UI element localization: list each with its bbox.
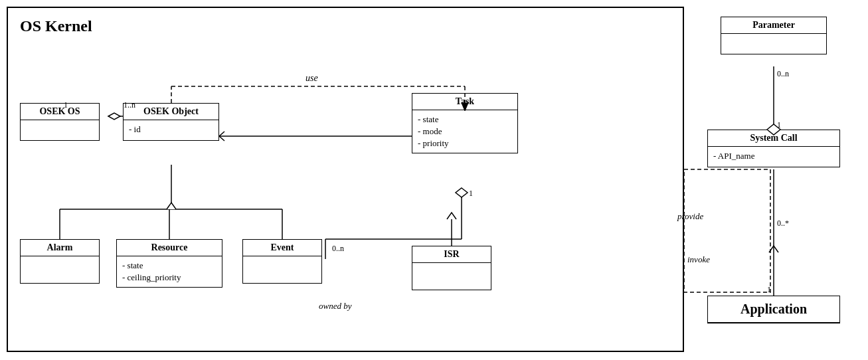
task-body: - state - mode - priority (412, 110, 517, 153)
task-attr-2: - mode (418, 126, 512, 137)
isr-class: ISR (412, 246, 491, 290)
isr-header: ISR (412, 246, 491, 263)
osek-object-body: - id (124, 120, 218, 140)
invoke-label: invoke (687, 254, 710, 264)
parameter-header: Parameter (721, 17, 826, 34)
mult-0n-param: 0..n (777, 69, 789, 78)
task-header: Task (412, 94, 517, 110)
resource-header: Resource (117, 240, 222, 256)
osek-os-header: OSEK OS (21, 104, 99, 120)
osek-object-class: OSEK Object - id (123, 103, 219, 141)
syscall-arrow (769, 246, 778, 252)
osek-os-body (21, 120, 99, 140)
provide-invoke-dashed-box (684, 169, 770, 292)
task-attr-3: - priority (418, 138, 512, 149)
resource-attr-1: - state (122, 260, 217, 271)
system-call-body: - API_name (708, 147, 839, 167)
resource-attr-2: - ceiling_priority (122, 272, 217, 283)
task-class: Task - state - mode - priority (412, 93, 518, 153)
mult-1-syscall: 1 (777, 120, 781, 130)
osek-object-attr-1: - id (129, 124, 213, 135)
alarm-class: Alarm (20, 239, 100, 284)
system-call-class: System Call - API_name (707, 130, 840, 167)
resource-body: - state - ceiling_priority (117, 256, 222, 287)
mult-0star: 0..* (777, 219, 789, 228)
mult-1-app: 1 (767, 285, 771, 294)
system-call-attr-1: - API_name (713, 151, 834, 161)
event-class: Event (242, 239, 322, 284)
application-class: Application (707, 296, 840, 323)
system-call-header: System Call (708, 130, 839, 147)
resource-class: Resource - state - ceiling_priority (116, 239, 222, 288)
isr-body (412, 263, 491, 290)
alarm-body (21, 256, 99, 283)
event-body (243, 256, 321, 283)
diagram-container: OS Kernel OSEK OS OSEK Object - id Task … (0, 0, 868, 360)
alarm-header: Alarm (21, 240, 99, 256)
parameter-body (721, 34, 826, 54)
parameter-class: Parameter (721, 17, 827, 54)
os-kernel-box: OS Kernel (7, 7, 684, 352)
event-header: Event (243, 240, 321, 256)
os-kernel-title: OS Kernel (20, 17, 92, 35)
osek-object-header: OSEK Object (124, 104, 218, 120)
task-attr-1: - state (418, 114, 512, 125)
application-header: Application (708, 296, 839, 323)
osek-os-class: OSEK OS (20, 103, 100, 141)
